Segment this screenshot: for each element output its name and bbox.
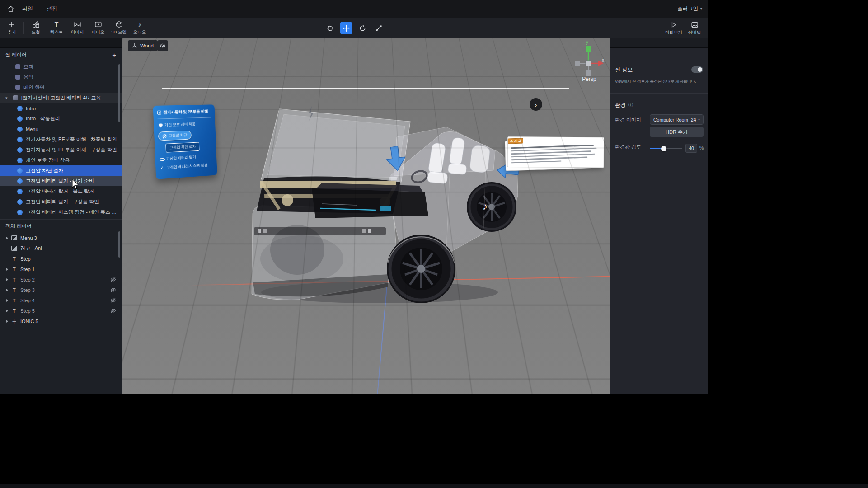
info-icon: ⓘ (628, 102, 633, 108)
music-note-icon: ♪ (138, 20, 141, 28)
scene-info-toggle[interactable] (691, 66, 703, 73)
caret-right-icon[interactable] (6, 299, 8, 302)
eye-off-icon[interactable] (110, 297, 116, 303)
scene-layer-row[interactable]: 음악 (0, 72, 122, 82)
video-button[interactable]: 비디오 (88, 18, 108, 38)
object-layer-row[interactable]: Step 1 (0, 264, 122, 274)
caret-down-icon[interactable] (5, 96, 10, 100)
viewport-3d[interactable]: 전기자동차 및 PE부품 이해 개인 보호 장비 착용 고전압 차단 고전압 차… (122, 38, 610, 394)
model3d-button[interactable]: 3D 모델 (108, 18, 129, 38)
home-button[interactable] (6, 5, 15, 14)
object-layer-row[interactable]: Step 2 (0, 274, 122, 285)
warning-icon: ⚠ (510, 139, 513, 143)
object-layer-row[interactable]: IONIC 5 (0, 316, 122, 326)
step-menu-item[interactable]: 고전압 배터리 시스템 점검 (160, 162, 212, 171)
rotate-tool-button[interactable] (356, 22, 369, 34)
scene-layer-row[interactable]: 고전압 배터리 탈거 - 볼트 탈거 (0, 186, 122, 197)
text-button[interactable]: T 텍스트 (46, 18, 67, 38)
caret-right-icon[interactable] (6, 289, 8, 291)
audio-source-icon[interactable]: ♪ (483, 201, 488, 212)
shape-button[interactable]: 도형 (25, 18, 46, 38)
scene-layer-row[interactable]: 효과 (0, 61, 122, 72)
caret-right-icon[interactable] (6, 310, 8, 312)
audio-button[interactable]: ♪ 오디오 (129, 18, 150, 38)
eye-off-icon[interactable] (110, 277, 116, 282)
caret-right-icon[interactable] (6, 320, 8, 323)
object-layer-row[interactable]: Step (0, 253, 122, 264)
environment-image-label: 환경 이미지 (615, 117, 641, 123)
object-icon (11, 318, 18, 324)
environment-image-select[interactable]: Computer Room_24 ▾ (650, 114, 704, 125)
orientation-gizmo[interactable]: y x Persp (572, 42, 606, 84)
step-menu-item[interactable]: 고전압 배터리 탈거 (160, 154, 212, 162)
move-tool-button[interactable] (340, 22, 352, 34)
eye-off-icon[interactable] (110, 308, 116, 314)
scene-layer-row[interactable]: 개인 보호 장비 착용 (0, 155, 122, 165)
warning-card[interactable]: ⚠ 경 고 (505, 137, 602, 171)
scene-layer-row[interactable]: Menu (0, 124, 122, 134)
scene-list-scrollbar[interactable] (118, 64, 120, 122)
object-layer-label: Menu 3 (20, 235, 37, 241)
ambient-intensity-value[interactable]: 40 (685, 144, 697, 153)
ambient-intensity-slider[interactable] (650, 148, 682, 149)
scene-layer-label: 전기자동차 및 PE부품 이해 - 구성품 확인 (26, 146, 117, 153)
app-window: 파일 편집 플러그인 ▾ 추가 도형 T 텍스트 이미지 (0, 0, 708, 394)
step-menu-item[interactable]: 고전압 차단 (158, 131, 192, 141)
toggle-knob (698, 67, 702, 72)
scene-layer-row[interactable]: Intro - 작동원리 (0, 113, 122, 124)
object-layer-label: Step 2 (20, 277, 35, 282)
scene-layer-row[interactable]: 고전압 배터리 시스템 점검 - 메인 퓨즈 점검 확인 (0, 207, 122, 217)
thumbnail-button[interactable]: 썸네일 (684, 18, 705, 38)
plugin-menu[interactable]: 플러그인 ▾ (677, 5, 702, 12)
object-icon (11, 245, 18, 252)
slider-knob[interactable] (661, 146, 666, 151)
scene-layer-label: Intro (26, 106, 36, 111)
image-button[interactable]: 이미지 (67, 18, 88, 38)
visibility-button[interactable] (157, 40, 168, 51)
object-layer-row[interactable]: Step 3 (0, 285, 122, 295)
scene-layer-row[interactable]: [전기차정비] 고전압 배터리 AR 교육 (0, 93, 122, 103)
next-step-button[interactable]: › (530, 98, 542, 111)
world-space-button[interactable]: World (128, 40, 158, 51)
object-list-scrollbar[interactable] (118, 231, 120, 258)
step-menu-label: 고전압 차단 절차 (169, 144, 196, 151)
step-menu-item[interactable]: 개인 보호 장비 착용 (159, 121, 211, 128)
object-layer-row[interactable]: Step 5 (0, 305, 122, 316)
step-menu-panel[interactable]: 전기자동차 및 PE부품 이해 개인 보호 장비 착용 고전압 차단 고전압 차… (153, 104, 217, 179)
scene-layer-label: [전기차정비] 고전압 배터리 AR 교육 (21, 94, 101, 101)
hand-tool-button[interactable] (324, 22, 336, 34)
add-scene-layer-button[interactable]: + (112, 52, 116, 58)
step-menu-item[interactable]: 고전압 차단 절차 (165, 142, 200, 152)
scene-layer-row[interactable]: 고전압 차단 절차 (0, 165, 122, 176)
scene-layer-row[interactable]: 전기자동차 및 PE부품 이해 - 차종별 확인 (0, 134, 122, 145)
scene-layer-row[interactable]: Intro (0, 103, 122, 113)
add-hdr-button[interactable]: HDR 추가 (650, 127, 704, 137)
scene-icon (13, 95, 18, 100)
caret-right-icon[interactable] (6, 237, 8, 239)
scale-tool-button[interactable] (372, 22, 385, 34)
menu-file[interactable]: 파일 (15, 5, 40, 13)
scene-layer-row[interactable]: 고전압 배터리 탈거 - 탈거 준비 (0, 176, 122, 186)
scene-layer-list: 효과 음악 메인 화면 [전기차정비] 고전압 배터리 AR 교육 In (0, 61, 122, 217)
eye-off-icon[interactable] (110, 287, 116, 293)
rotate-icon (359, 24, 366, 32)
object-icon (11, 308, 18, 314)
play-icon (671, 21, 677, 29)
caret-right-icon[interactable] (6, 278, 8, 281)
preview-button[interactable]: 미리보기 (663, 18, 684, 38)
scene-layer-row[interactable]: 고전압 배터리 탈거 - 구성품 확인 (0, 197, 122, 207)
add-button[interactable]: 추가 (1, 18, 22, 38)
car-3d-model[interactable] (244, 93, 520, 307)
caret-right-icon[interactable] (6, 268, 8, 271)
scene-layer-row[interactable]: 전기자동차 및 PE부품 이해 - 구성품 확인 (0, 145, 122, 155)
image-icon (74, 20, 81, 28)
object-layer-row[interactable]: 경고 - Ani (0, 243, 122, 253)
chevron-down-icon: ▾ (700, 7, 702, 11)
object-layer-row[interactable]: Step 4 (0, 295, 122, 305)
menu-edit[interactable]: 편집 (40, 5, 64, 13)
shapes-icon (32, 20, 40, 28)
scene-layer-row[interactable]: 메인 화면 (0, 82, 122, 93)
object-layer-row[interactable]: Menu 3 (0, 233, 122, 243)
step-menu-item[interactable]: 전기자동차 및 PE부품 이해 (157, 108, 211, 119)
scene-icon (17, 106, 23, 111)
